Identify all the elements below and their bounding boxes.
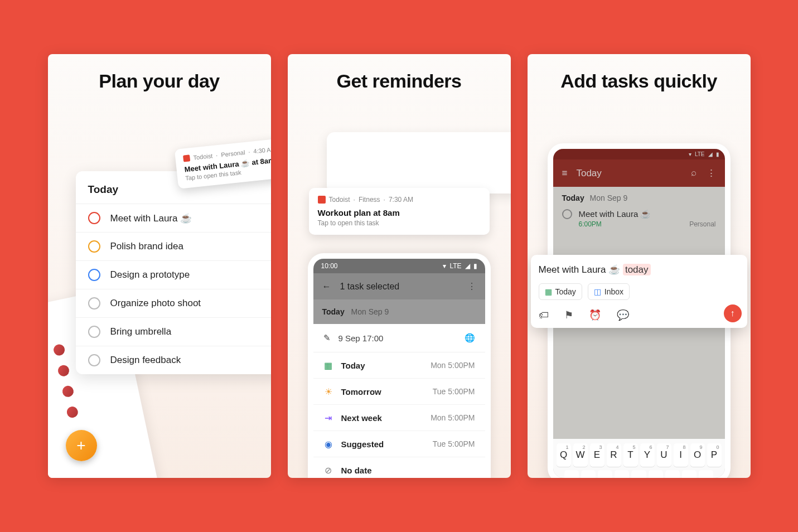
today-card: Today Meet with Laura ☕Polish brand idea… (76, 171, 271, 374)
key-d[interactable]: D (598, 470, 612, 478)
inbox-icon: ◫ (594, 287, 601, 296)
panel1-heading: Plan your day (48, 54, 271, 99)
key-j[interactable]: J (665, 470, 680, 478)
key-o[interactable]: O9 (690, 443, 705, 467)
qa-highlight-today: today (623, 264, 651, 275)
notif-app: Todoist (329, 196, 350, 204)
option-time: Mon 5:00PM (431, 413, 475, 422)
schedule-edit-row[interactable]: ✎ 9 Sep 17:00 🌐 (313, 324, 485, 352)
task-checkbox[interactable] (88, 326, 100, 338)
plus-icon: + (76, 437, 85, 454)
chip-today-label: Today (555, 287, 576, 296)
task-label: Design a prototype (110, 269, 190, 280)
status-bar: 10:00 ▾ LTE ◢ ▮ (313, 259, 485, 273)
globe-icon[interactable]: 🌐 (465, 333, 475, 343)
arrow-icon: ⇥ (323, 413, 333, 423)
task-checkbox[interactable] (88, 240, 100, 253)
option-time: Tue 5:00PM (433, 439, 475, 448)
task-label: Bring umbrella (110, 326, 172, 337)
option-time: Mon 5:00PM (431, 361, 475, 370)
task-label: Polish brand idea (110, 241, 183, 252)
panel-add-tasks-quickly: Add tasks quickly ▾ LTE ◢ ▮ ≡ Today ⌕ ⋮ … (528, 54, 751, 478)
key-f[interactable]: F (615, 470, 629, 478)
keyboard: Q1W2E3R4T5Y6U7I8O9P0 ASDFGHJKL ⇧ZXCVBNM⌫… (553, 439, 725, 478)
task-checkbox[interactable] (88, 212, 100, 224)
status-time: 10:00 (321, 262, 338, 270)
key-p[interactable]: P0 (707, 443, 722, 467)
more-icon[interactable]: ⋮ (467, 281, 476, 292)
task-checkbox[interactable] (88, 354, 100, 366)
notif-time: 4:30 AM (253, 146, 270, 154)
notif-title: Workout plan at 8am (318, 208, 481, 217)
notification-card[interactable]: Todoist · Fitness · 7:30 AM Workout plan… (309, 188, 490, 235)
key-a[interactable]: A (564, 470, 579, 478)
today-label: Today (322, 307, 345, 316)
key-g[interactable]: G (631, 470, 646, 478)
alarm-icon[interactable]: ⏰ (589, 309, 601, 321)
task-row[interactable]: Design a prototype (76, 260, 271, 289)
calendar-icon: ▦ (545, 287, 552, 296)
add-task-fab[interactable]: + (66, 430, 97, 461)
qa-text-static: Meet with Laura ☕ (539, 264, 623, 275)
arrow-up-icon: ↑ (731, 308, 735, 318)
task-checkbox[interactable] (88, 269, 100, 281)
task-row[interactable]: Meet with Laura ☕ (76, 204, 271, 232)
submit-button[interactable]: ↑ (724, 304, 742, 322)
notif-app: Todoist (192, 152, 212, 161)
key-r[interactable]: R4 (607, 443, 621, 467)
today-icon: ▦ (323, 360, 333, 370)
task-row[interactable]: Design feedback (76, 346, 271, 374)
selection-count: 1 task selected (340, 282, 400, 292)
chip-inbox-label: Inbox (604, 287, 623, 296)
key-t[interactable]: T5 (623, 443, 638, 467)
key-i[interactable]: I8 (674, 443, 688, 467)
schedule-option[interactable]: ◉SuggestedTue 5:00PM (313, 431, 485, 457)
panel2-heading: Get reminders (288, 54, 511, 99)
sun-icon: ☀ (323, 386, 333, 396)
network-label: LTE (449, 262, 461, 270)
key-w[interactable]: W2 (573, 443, 588, 467)
panel-plan-your-day: Plan your day ⋮ Today Meet with Laura ☕P… (48, 54, 271, 478)
pencil-icon: ✎ (323, 333, 331, 343)
key-q[interactable]: Q1 (557, 443, 571, 467)
option-label: No date (341, 466, 372, 475)
notif-project: Personal (220, 149, 245, 158)
flag-icon[interactable]: ⚑ (564, 309, 573, 321)
option-time: Tue 5:00PM (433, 387, 475, 396)
key-u[interactable]: U7 (657, 443, 671, 467)
option-label: Tomorrow (341, 387, 381, 396)
task-row[interactable]: Polish brand idea (76, 232, 271, 260)
key-h[interactable]: H (649, 470, 663, 478)
background-notif-card (327, 132, 511, 194)
schedule-option[interactable]: ▦TodayMon 5:00PM (313, 352, 485, 379)
tag-icon[interactable]: 🏷 (539, 309, 549, 321)
task-checkbox[interactable] (88, 297, 100, 309)
avatar (65, 405, 79, 419)
panel3-heading: Add tasks quickly (528, 54, 751, 99)
schedule-option[interactable]: ☀TomorrowTue 5:00PM (313, 379, 485, 405)
chip-today[interactable]: ▦ Today (539, 283, 582, 300)
comment-icon[interactable]: 💬 (617, 309, 629, 321)
wifi-icon: ▾ (443, 262, 446, 270)
signal-icon: ◢ (465, 262, 470, 270)
task-label: Meet with Laura ☕ (110, 212, 192, 224)
task-row[interactable]: Organize photo shoot (76, 289, 271, 317)
back-icon[interactable]: ← (322, 282, 331, 292)
todoist-app-icon (318, 196, 326, 204)
option-label: Next week (341, 413, 382, 423)
key-s[interactable]: S (581, 470, 596, 478)
chip-inbox[interactable]: ◫ Inbox (588, 283, 630, 300)
notif-time: 7:30 AM (389, 196, 413, 204)
schedule-option[interactable]: ⊘No date (313, 457, 485, 478)
schedule-option[interactable]: ⇥Next weekMon 5:00PM (313, 405, 485, 431)
key-k[interactable]: K (682, 470, 697, 478)
task-label: Design feedback (110, 355, 181, 366)
todoist-app-icon (183, 154, 190, 162)
key-e[interactable]: E3 (590, 443, 604, 467)
panel-get-reminders: Get reminders Todoist · Fitness · 7:30 A… (288, 54, 511, 478)
key-l[interactable]: L (699, 470, 713, 478)
task-row[interactable]: Bring umbrella (76, 317, 271, 346)
notif-subtitle: Tap to open this task (318, 219, 481, 227)
key-y[interactable]: Y6 (640, 443, 655, 467)
quick-add-input[interactable]: Meet with Laura ☕ today (539, 264, 739, 275)
